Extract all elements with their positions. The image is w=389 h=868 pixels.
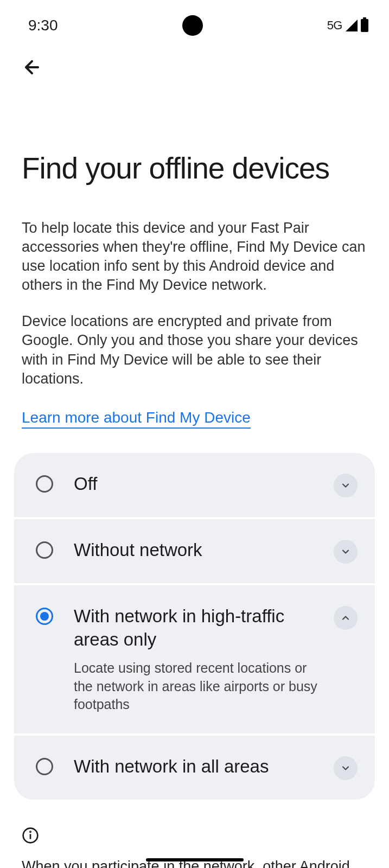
description-para-1: To help locate this device and your Fast…	[22, 219, 367, 295]
option-high-traffic-desc: Locate using stored recent locations or …	[74, 659, 323, 714]
radio-off[interactable]	[36, 475, 53, 493]
expand-all-areas-button[interactable]	[334, 756, 358, 780]
chevron-down-icon	[340, 480, 351, 491]
camera-cutout	[182, 15, 203, 36]
network-type: 5G	[327, 18, 342, 33]
radio-high-traffic[interactable]	[36, 608, 53, 625]
option-high-traffic[interactable]: With network in high-traffic areas only …	[14, 585, 375, 736]
option-high-traffic-label: With network in high-traffic areas only	[74, 605, 323, 652]
nav-indicator[interactable]	[146, 858, 244, 861]
collapse-high-traffic-button[interactable]	[334, 606, 358, 630]
chevron-down-icon	[340, 546, 351, 557]
option-all-areas[interactable]: With network in all areas	[14, 736, 375, 800]
signal-icon	[346, 20, 358, 31]
svg-point-2	[30, 832, 30, 832]
options-list: Off Without network With network in high…	[14, 453, 375, 800]
option-without-network-label: Without network	[74, 539, 323, 562]
radio-selected-dot	[40, 612, 49, 621]
option-without-network[interactable]: Without network	[14, 519, 375, 585]
chevron-up-icon	[340, 612, 351, 623]
learn-more-link[interactable]: Learn more about Find My Device	[22, 408, 251, 429]
radio-all-areas[interactable]	[36, 758, 53, 775]
option-all-areas-label: With network in all areas	[74, 755, 323, 778]
option-off-label: Off	[74, 473, 323, 496]
status-bar: 9:30 5G	[0, 0, 389, 41]
page-description: To help locate this device and your Fast…	[0, 219, 389, 429]
radio-without-network[interactable]	[36, 541, 53, 559]
option-off[interactable]: Off	[14, 453, 375, 519]
status-indicators: 5G	[327, 18, 368, 33]
chevron-down-icon	[340, 763, 351, 774]
status-time: 9:30	[28, 17, 58, 34]
expand-without-network-button[interactable]	[334, 540, 358, 564]
battery-icon	[361, 19, 368, 32]
nav-bar	[0, 41, 389, 96]
description-para-2: Device locations are encrypted and priva…	[22, 312, 367, 388]
expand-off-button[interactable]	[334, 474, 358, 497]
page-title: Find your offline devices	[0, 96, 389, 219]
info-icon	[22, 827, 39, 844]
back-button[interactable]	[22, 57, 367, 80]
